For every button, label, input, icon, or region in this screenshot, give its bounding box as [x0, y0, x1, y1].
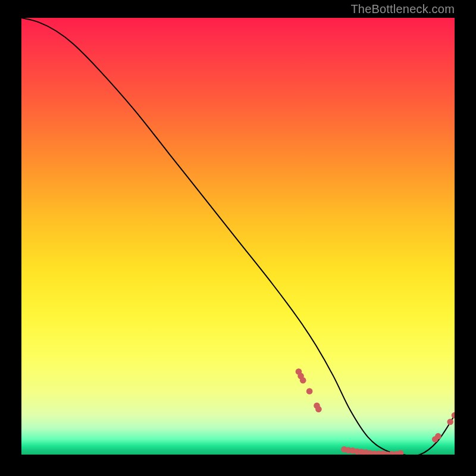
- chart-stage: TheBottleneck.com: [0, 0, 476, 476]
- scatter-point: [397, 450, 404, 455]
- chart-svg: [21, 18, 455, 455]
- scatter-point: [315, 406, 322, 412]
- scatter-point: [435, 433, 441, 440]
- bottleneck-curve: [21, 18, 455, 455]
- scatter-point: [300, 377, 306, 384]
- watermark-text: TheBottleneck.com: [350, 2, 455, 16]
- scatter-point: [306, 388, 313, 394]
- scatter-point: [447, 419, 453, 425]
- scatter-point: [452, 412, 455, 419]
- plot-area: [21, 18, 455, 455]
